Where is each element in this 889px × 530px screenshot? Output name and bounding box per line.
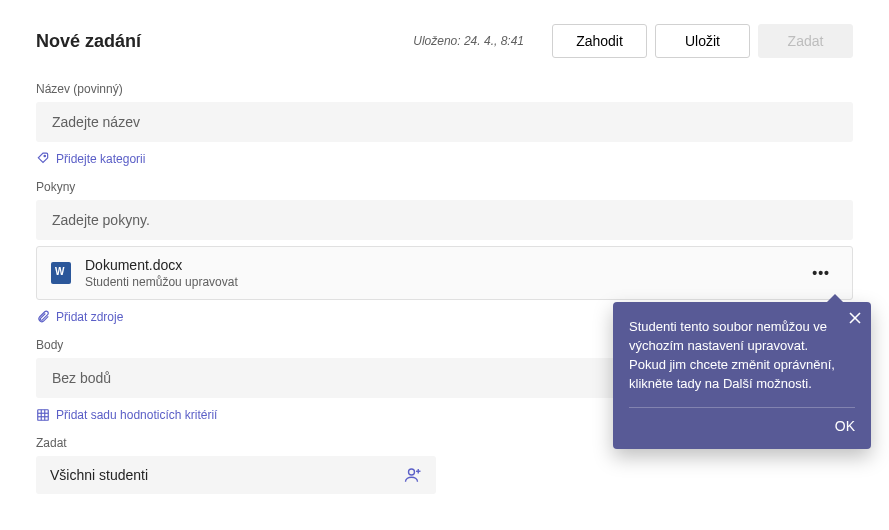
header: Nové zadání Uloženo: 24. 4., 8:41 Zahodi… [36, 24, 853, 58]
add-rubric-label: Přidat sadu hodnoticích kritérií [56, 408, 217, 422]
file-name: Dokument.docx [85, 257, 790, 273]
discard-button[interactable]: Zahodit [552, 24, 647, 58]
instructions-label: Pokyny [36, 180, 853, 194]
svg-point-6 [409, 469, 415, 475]
add-person-icon [404, 466, 422, 484]
title-input[interactable] [36, 102, 853, 142]
rubric-grid-icon [36, 408, 50, 422]
attach-icon [36, 310, 50, 324]
close-icon [849, 312, 861, 324]
attachment-more-button[interactable]: ••• [804, 261, 838, 285]
add-category-label: Přidejte kategorii [56, 152, 145, 166]
page-title: Nové zadání [36, 31, 413, 52]
add-category-link[interactable]: Přidejte kategorii [36, 152, 853, 166]
svg-rect-1 [38, 410, 49, 421]
word-file-icon [51, 262, 71, 284]
saved-timestamp: Uloženo: 24. 4., 8:41 [413, 34, 524, 48]
tooltip-body: Studenti tento soubor nemůžou ve výchozí… [629, 318, 855, 393]
tooltip-ok-button[interactable]: OK [629, 416, 855, 436]
tag-icon [36, 152, 50, 166]
assign-to-value: Všichni studenti [50, 467, 404, 483]
file-permission-text: Studenti nemůžou upravovat [85, 275, 790, 289]
file-info: Dokument.docx Studenti nemůžou upravovat [85, 257, 790, 289]
instructions-input[interactable] [36, 200, 853, 240]
attachment-card: Dokument.docx Studenti nemůžou upravovat… [36, 246, 853, 300]
save-button[interactable]: Uložit [655, 24, 750, 58]
tooltip-separator [629, 407, 855, 408]
tooltip-close-button[interactable] [849, 312, 861, 326]
assign-to-select[interactable]: Všichni studenti [36, 456, 436, 494]
svg-point-0 [44, 155, 45, 156]
permission-tooltip: Studenti tento soubor nemůžou ve výchozí… [613, 302, 871, 449]
title-field-label: Název (povinný) [36, 82, 853, 96]
assign-button: Zadat [758, 24, 853, 58]
add-resources-label: Přidat zdroje [56, 310, 123, 324]
